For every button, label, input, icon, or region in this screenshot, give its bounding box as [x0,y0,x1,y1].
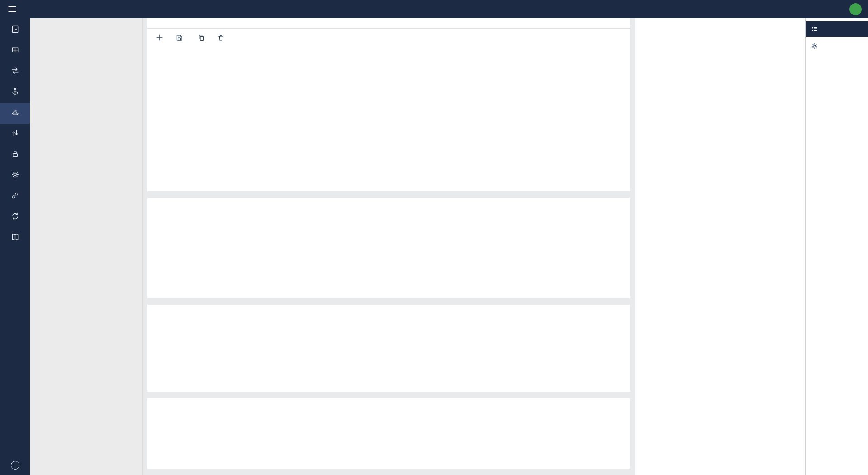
left-rail [0,18,30,475]
main-content [143,18,635,475]
delete-button[interactable] [217,34,225,42]
help-icon[interactable] [11,461,19,470]
replication-icon [11,212,19,221]
rail-summary-button[interactable] [806,21,868,37]
save-disk-icon [175,34,183,42]
save-button[interactable] [175,34,186,42]
vessel-form-section [147,18,630,191]
sidebar-item-settings[interactable] [0,165,30,186]
top-bar [0,0,868,18]
inport-consumption-section [147,198,630,298]
sidebar-item-ports[interactable] [0,82,30,103]
add-button[interactable] [156,33,164,42]
address-book-icon [11,25,19,33]
distances-icon [11,66,19,75]
sidebar-item-address-book[interactable] [0,20,30,41]
sidebar-item-data-dictionary[interactable] [0,228,30,249]
sidebar-item-vessels[interactable] [0,103,30,124]
copy-button[interactable] [198,34,205,42]
settings-gear-icon [11,170,19,179]
variables-section [147,398,630,469]
add-new-row-link[interactable] [156,212,622,216]
plus-icon [156,33,164,42]
page-title [156,24,622,28]
menu-icon[interactable] [7,4,17,14]
rail-properties-button[interactable] [806,38,868,54]
interface-messages-icon [11,129,19,137]
right-rail [805,18,868,475]
vessel-list-panel [30,18,143,475]
avatar[interactable] [849,3,862,15]
properties-gear-icon [811,42,818,50]
sidebar-item-replication[interactable] [0,207,30,228]
toolbar [156,29,622,48]
sidebar-item-cargo-names[interactable] [0,41,30,61]
sidebar-item-distances[interactable] [0,61,30,82]
sidebar-item-security[interactable] [0,145,30,165]
veslink-icon [11,191,19,200]
data-dictionary-icon [11,233,19,241]
add-new-row-link[interactable] [156,314,622,318]
ports-anchor-icon [11,87,19,96]
summary-list-icon [811,25,818,33]
copy-icon [198,34,205,42]
cargo-names-icon [11,46,19,54]
security-lock-icon [11,150,19,158]
speed-consumption-section [147,305,630,392]
trash-icon [217,34,225,42]
sidebar-item-veslink[interactable] [0,186,30,207]
summary-panel [635,18,805,475]
vessels-ship-icon [11,108,19,117]
sidebar-item-interface-messages[interactable] [0,124,30,145]
